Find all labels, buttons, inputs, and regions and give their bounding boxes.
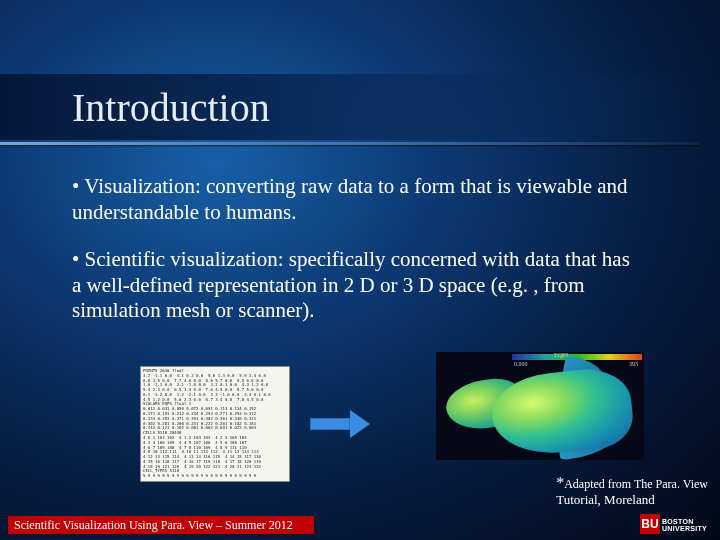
footnote-line1: Adapted from The Para. View bbox=[564, 477, 708, 491]
raw-data-image: POINTS 2636 float 3.2 -1.1 0.0 4.1 0.2 0… bbox=[140, 366, 290, 482]
slide-title: Introduction bbox=[72, 84, 270, 131]
logo-square: BU bbox=[640, 514, 660, 534]
colorbar-min: 0.000 bbox=[514, 361, 528, 367]
body-text: • Visualization: converting raw data to … bbox=[72, 174, 632, 346]
bullet-2: • Scientific visualization: specifically… bbox=[72, 247, 632, 324]
footer-text: Scientific Visualization Using Para. Vie… bbox=[14, 518, 293, 533]
rendered-visualization-image: EQPS 0.000 393 bbox=[436, 352, 644, 460]
colorbar-max: 393 bbox=[629, 361, 638, 367]
footnote-line2: Tutorial, Moreland bbox=[556, 492, 708, 508]
logo-line1: BOSTON bbox=[662, 518, 707, 525]
bullet-1: • Visualization: converting raw data to … bbox=[72, 174, 632, 225]
footer-bar: Scientific Visualization Using Para. Vie… bbox=[8, 516, 314, 534]
logo-line2: UNIVERSITY bbox=[662, 525, 707, 532]
title-band: Introduction bbox=[0, 74, 700, 140]
visual-row: POINTS 2636 float 3.2 -1.1 0.0 4.1 0.2 0… bbox=[140, 366, 372, 482]
title-underline bbox=[0, 142, 700, 145]
arrow-icon bbox=[310, 410, 372, 438]
boston-university-logo: BU BOSTON UNIVERSITY bbox=[640, 512, 712, 534]
footnote: *Adapted from The Para. View Tutorial, M… bbox=[556, 473, 708, 508]
